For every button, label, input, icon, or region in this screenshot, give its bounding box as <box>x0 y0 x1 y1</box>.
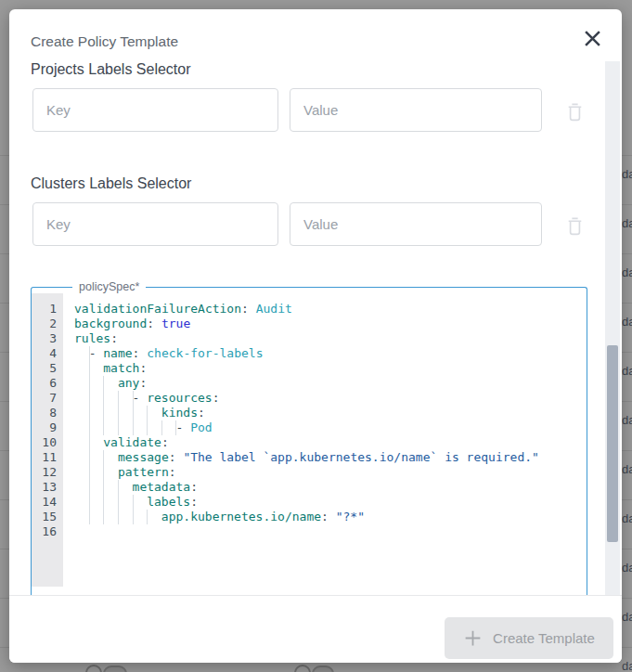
code-line: app.kubernetes.io/name: "?*" <box>74 510 587 524</box>
code-line: metadata: <box>74 480 587 495</box>
projects-labels-selector-heading: Projects Labels Selector <box>31 61 191 78</box>
line-number: 7 <box>32 391 57 406</box>
code-line: any: <box>74 376 587 391</box>
projects-value-input[interactable] <box>290 88 542 132</box>
clusters-labels-selector-heading: Clusters Labels Selector <box>31 175 191 192</box>
line-number: 13 <box>32 480 57 495</box>
behind-table-cell-text: da <box>622 659 632 672</box>
line-number: 6 <box>32 376 57 391</box>
projects-key-input[interactable] <box>32 88 278 132</box>
editor-gutter: 12345678910111213141516 <box>32 293 63 587</box>
line-number: 1 <box>32 302 57 317</box>
code-line: pattern: <box>74 465 587 480</box>
line-number: 8 <box>32 406 57 420</box>
create-template-button[interactable]: Create Template <box>445 617 613 659</box>
policy-spec-editor[interactable]: policySpec* 12345678910111213141516 vali… <box>31 280 587 595</box>
line-number: 15 <box>32 510 57 524</box>
code-line: background: true <box>74 317 587 331</box>
line-number: 14 <box>32 495 57 510</box>
line-number: 12 <box>32 465 57 480</box>
code-lines[interactable]: validationFailureAction: Auditbackground… <box>63 293 587 587</box>
line-number: 3 <box>32 331 57 346</box>
code-line: - Pod <box>74 420 587 435</box>
modal-scrollbar-track[interactable] <box>605 61 620 595</box>
behind-widget-circle <box>294 665 311 672</box>
clusters-key-input[interactable] <box>32 202 278 246</box>
code-line: match: <box>74 361 587 376</box>
line-number: 2 <box>32 317 57 331</box>
behind-widget-circle <box>85 665 102 672</box>
trash-icon <box>565 226 585 239</box>
behind-table-cell-text: da <box>622 315 632 329</box>
line-number: 5 <box>32 361 57 376</box>
create-policy-template-dialog: Create Policy Template Projects Labels S… <box>9 9 622 663</box>
dialog-footer: Create Template <box>9 595 622 663</box>
plus-icon <box>463 628 483 648</box>
line-number: 9 <box>32 420 57 435</box>
projects-remove-row-button[interactable] <box>561 99 588 127</box>
policy-spec-label: policySpec* <box>72 280 146 293</box>
code-line: validationFailureAction: Audit <box>74 302 587 317</box>
behind-table-cell-text: da <box>622 511 632 525</box>
behind-widget-pill <box>312 666 334 672</box>
clusters-remove-row-button[interactable] <box>561 213 588 241</box>
line-number: 10 <box>32 435 57 450</box>
behind-table-cell-text: da <box>622 462 632 476</box>
code-line: kinds: <box>74 406 587 420</box>
behind-table-cell-text: da <box>622 610 632 624</box>
behind-widget-pill <box>103 666 127 672</box>
code-line: validate: <box>74 435 587 450</box>
behind-table-cell-text: da <box>622 413 632 427</box>
behind-table-cell-text: da <box>622 364 632 378</box>
code-line: rules: <box>74 331 587 346</box>
modal-scrollbar-thumb[interactable] <box>607 345 618 542</box>
code-line <box>74 524 587 539</box>
clusters-value-input[interactable] <box>290 202 542 246</box>
close-button[interactable] <box>581 29 603 51</box>
dialog-title: Create Policy Template <box>31 33 178 50</box>
line-number: 16 <box>32 524 57 539</box>
code-line: - name: check-for-labels <box>74 346 587 361</box>
line-number: 4 <box>32 346 57 361</box>
trash-icon <box>565 111 585 125</box>
code-line: labels: <box>74 495 587 510</box>
line-number: 11 <box>32 450 57 465</box>
create-template-label: Create Template <box>493 630 595 646</box>
behind-table-cell-text: da <box>622 265 632 279</box>
code-line: message: "The label `app.kubernetes.io/n… <box>74 450 587 465</box>
close-icon <box>584 36 601 50</box>
behind-table-cell-text: da <box>622 167 632 181</box>
behind-table-cell-text: da <box>622 216 632 230</box>
behind-table-cell-text: da <box>622 561 632 575</box>
code-line: - resources: <box>74 391 587 406</box>
